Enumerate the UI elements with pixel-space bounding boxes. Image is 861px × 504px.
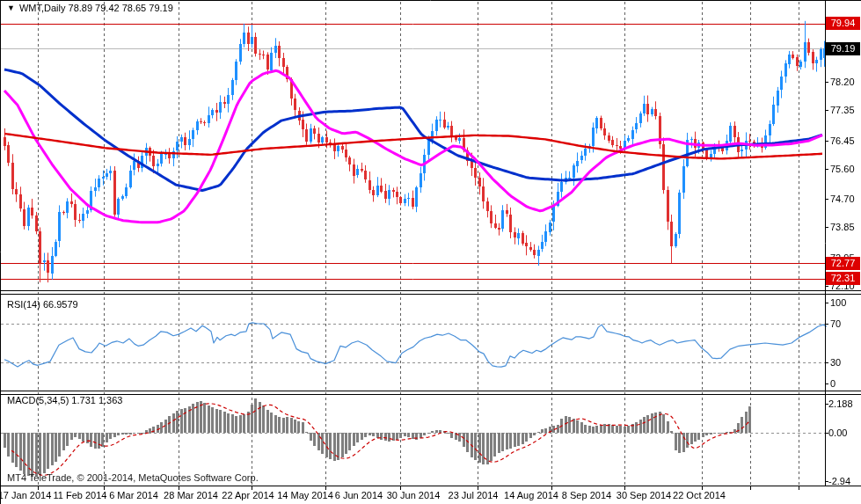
price-tick-label: 76.45 [830, 135, 855, 147]
mt4-chart-window: ▼ WMT,Daily 78.89 79.42 78.65 79.19 RSI(… [0, 0, 861, 504]
macd-tick-label: -2.94 [828, 475, 850, 487]
date-label: 28 Mar 2014 [159, 490, 223, 500]
macd-tick-label: 2.188 [828, 398, 853, 410]
price-tick-label: 74.70 [830, 193, 855, 205]
price-tick-label: 77.35 [830, 104, 855, 116]
rsi-tick-label: 70 [830, 318, 841, 330]
rsi-tick-label: 30 [830, 356, 841, 369]
price-tick-label: 78.20 [830, 76, 855, 88]
macd-indicator-label: MACD(5,34,5) 1.731 1.363 [7, 395, 122, 405]
price-badge: 79.19 [826, 42, 860, 55]
date-label: 22 Apr 2014 [216, 490, 280, 500]
date-label: 6 Mar 2014 [102, 490, 165, 500]
date-label: 22 Oct 2014 [668, 490, 731, 500]
date-label: 30 Jun 2014 [382, 490, 445, 500]
chart-title: WMT,Daily 78.89 79.42 78.65 79.19 [19, 3, 173, 13]
copyright-text: MT4 TeleTrade, © 2001-2014, MetaQuotes S… [7, 472, 259, 483]
price-badge: 72.31 [826, 272, 860, 285]
rsi-indicator-label: RSI(14) 66.9579 [7, 299, 78, 310]
price-tick-label: 73.85 [830, 221, 855, 233]
chart-canvas[interactable] [0, 0, 861, 504]
date-label: 30 Sep 2014 [612, 490, 675, 500]
macd-tick-label: 0.00 [828, 427, 847, 439]
date-label: 8 Sep 2014 [555, 490, 618, 500]
rsi-tick-label: 0 [830, 377, 835, 390]
date-label: 23 Jul 2014 [441, 490, 505, 500]
rsi-tick-label: 100 [830, 296, 846, 309]
chart-title-bar: ▼ WMT,Daily 78.89 79.42 78.65 79.19 [7, 3, 173, 13]
price-badge: 79.94 [826, 17, 860, 30]
price-badge: 72.77 [826, 257, 860, 270]
price-tick-label: 75.60 [830, 163, 855, 175]
symbol-dropdown-icon[interactable]: ▼ [7, 4, 15, 12]
date-label: 14 Aug 2014 [500, 490, 563, 500]
